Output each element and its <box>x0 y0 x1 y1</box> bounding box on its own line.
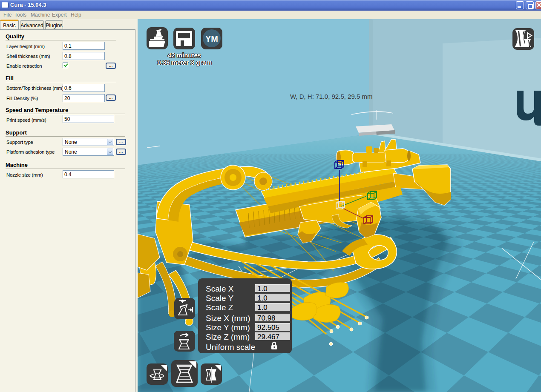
svg-text:YM: YM <box>205 34 218 43</box>
svg-text:W, D, H: 71.0, 92.5, 29.5 mm: W, D, H: 71.0, 92.5, 29.5 mm <box>290 93 372 100</box>
